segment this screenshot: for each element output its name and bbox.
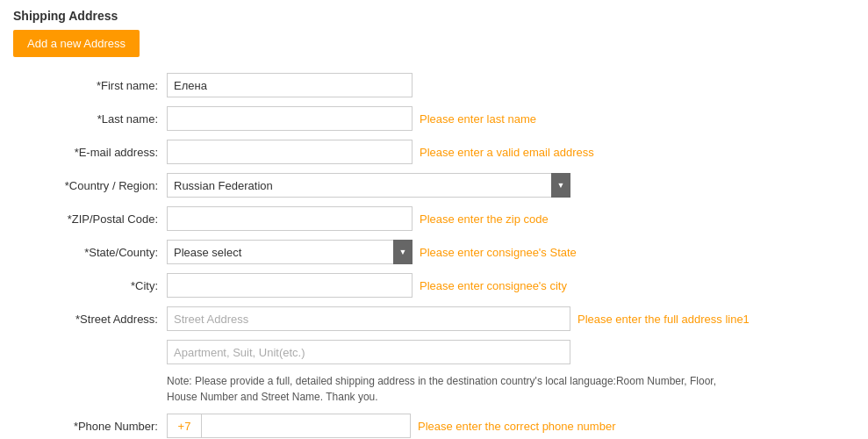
state-select[interactable]: Please select Moscow Saint Petersburg No… bbox=[167, 240, 412, 264]
apartment-input[interactable] bbox=[167, 340, 570, 364]
email-input[interactable] bbox=[167, 140, 412, 164]
first-name-label: *First name: bbox=[31, 79, 167, 92]
email-error: Please enter a valid email address bbox=[420, 146, 594, 159]
last-name-label: *Last name: bbox=[31, 112, 167, 126]
street-input[interactable] bbox=[167, 306, 570, 331]
phone-error: Please enter the correct phone number bbox=[418, 420, 615, 433]
add-address-button[interactable]: Add a new Address bbox=[13, 30, 140, 57]
phone-label: *Phone Number: bbox=[31, 420, 167, 433]
city-label: *City: bbox=[31, 279, 167, 292]
state-select-wrapper: Please select Moscow Saint Petersburg No… bbox=[167, 240, 412, 264]
zip-input[interactable] bbox=[167, 206, 412, 231]
page-title: Shipping Address bbox=[13, 9, 855, 23]
street-error: Please enter the full address line1 bbox=[577, 313, 750, 326]
country-select-wrapper: Russian Federation United States China G… bbox=[167, 173, 570, 198]
phone-input[interactable] bbox=[202, 414, 411, 438]
last-name-input[interactable] bbox=[167, 106, 412, 131]
last-name-error: Please enter last name bbox=[420, 112, 536, 126]
first-name-input[interactable] bbox=[167, 73, 412, 97]
country-label: *Country / Region: bbox=[31, 179, 167, 192]
street-label: *Street Address: bbox=[31, 313, 167, 326]
email-label: *E-mail address: bbox=[31, 146, 167, 159]
city-error: Please enter consignee's city bbox=[420, 279, 567, 292]
zip-error: Please enter the zip code bbox=[420, 212, 549, 226]
state-error: Please enter consignee's State bbox=[420, 246, 577, 259]
country-select[interactable]: Russian Federation United States China G… bbox=[167, 173, 570, 198]
address-note: Note: Please provide a full, detailed sh… bbox=[167, 373, 746, 405]
city-input[interactable] bbox=[167, 273, 412, 298]
phone-prefix: +7 bbox=[167, 414, 202, 438]
state-label: *State/County: bbox=[31, 246, 167, 259]
zip-label: *ZIP/Postal Code: bbox=[31, 212, 167, 226]
